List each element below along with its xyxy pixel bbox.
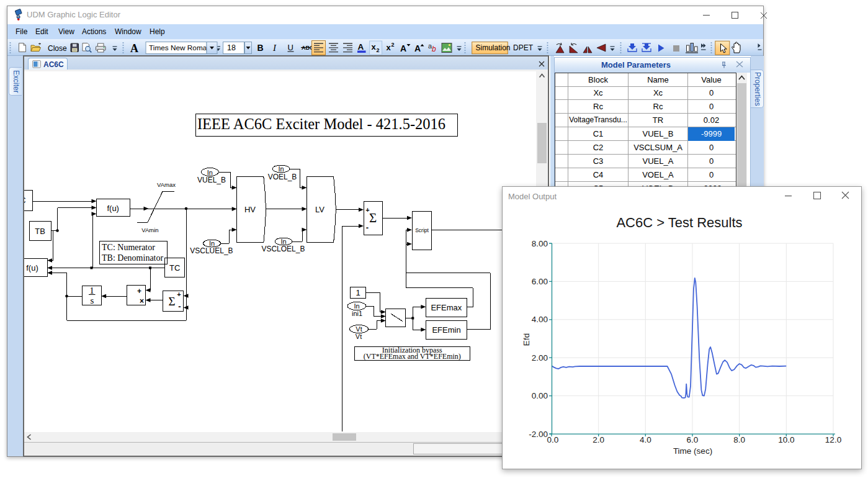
svg-text:I: I [272, 43, 277, 53]
svg-text:-: - [366, 223, 369, 232]
svg-text:10.0: 10.0 [778, 435, 794, 444]
svg-text:8.00: 8.00 [532, 239, 548, 248]
svg-text:TB: TB [35, 227, 45, 236]
svg-text:Efd: Efd [522, 333, 531, 346]
svg-text:Σ: Σ [168, 295, 175, 308]
svg-text:ini1: ini1 [352, 310, 362, 317]
svg-text:IEEE AC6C Exciter Model - 421.: IEEE AC6C Exciter Model - 421.5-2016 [197, 115, 445, 132]
svg-text:0.00: 0.00 [532, 391, 548, 400]
svg-text:+: + [137, 287, 141, 295]
svg-text:In: In [354, 302, 359, 310]
svg-text:B: B [257, 43, 264, 53]
svg-text:A: A [358, 42, 364, 52]
svg-text:EFEmax: EFEmax [431, 303, 462, 312]
svg-text:TC: TC [169, 263, 180, 273]
svg-text:8.0: 8.0 [733, 435, 745, 444]
svg-text:TC: Numerator: TC: Numerator [102, 243, 155, 252]
svg-text:4.0: 4.0 [640, 435, 651, 444]
svg-text:+: + [365, 206, 369, 214]
svg-text:Vt: Vt [356, 333, 362, 340]
svg-text:0.0: 0.0 [547, 435, 559, 444]
svg-text:LV: LV [315, 205, 324, 214]
svg-text:(VT*EFEmax and VT*EFEmin): (VT*EFEmax and VT*EFEmin) [364, 352, 461, 361]
svg-text:EFEmin: EFEmin [432, 325, 460, 335]
svg-text:VSCLOEL_B: VSCLOEL_B [261, 245, 305, 253]
svg-text:f(u): f(u) [26, 263, 38, 273]
svg-text:Close: Close [48, 44, 67, 53]
svg-text:2.0: 2.0 [593, 435, 604, 444]
svg-text:-: - [178, 302, 181, 311]
svg-text:6.00: 6.00 [532, 277, 548, 286]
svg-text:In: In [278, 165, 284, 173]
svg-text:TB: Denominator: TB: Denominator [102, 253, 163, 263]
svg-text:s: s [91, 295, 94, 305]
svg-text:b: b [432, 45, 436, 53]
svg-text:f(u): f(u) [107, 204, 119, 213]
svg-text:2: 2 [377, 47, 380, 53]
svg-text:4.00: 4.00 [532, 315, 548, 324]
svg-text:VOEL_B: VOEL_B [268, 173, 297, 181]
svg-text:2: 2 [391, 42, 395, 48]
svg-text:×: × [140, 297, 144, 305]
svg-text:In: In [207, 169, 213, 176]
svg-text:+: + [177, 291, 181, 298]
svg-text:Vt: Vt [356, 325, 362, 333]
svg-text:A: A [400, 43, 406, 53]
svg-text:Σ: Σ [369, 210, 377, 225]
svg-text:Simulation: Simulation [476, 43, 511, 52]
svg-text:DPET: DPET [513, 43, 534, 52]
svg-text:x: x [372, 42, 377, 52]
svg-text:x: x [387, 43, 391, 52]
svg-text:Script: Script [415, 227, 429, 233]
svg-text:VUEL_B: VUEL_B [197, 176, 226, 184]
svg-text:1: 1 [356, 288, 360, 297]
svg-text:12.0: 12.0 [825, 435, 841, 444]
svg-text:C: C [24, 196, 26, 205]
svg-text:18: 18 [227, 43, 236, 52]
svg-text:1: 1 [89, 286, 94, 295]
svg-text:2.00: 2.00 [532, 353, 548, 363]
svg-text:A: A [130, 42, 138, 55]
svg-text:Time (sec): Time (sec) [673, 446, 712, 456]
svg-text:VAmin: VAmin [141, 227, 158, 233]
svg-text:-2.00: -2.00 [529, 430, 548, 439]
svg-text:HV: HV [244, 205, 256, 214]
svg-text:U: U [288, 43, 293, 52]
svg-text:Times New Roman: Times New Roman [149, 43, 211, 52]
svg-text:VAmax: VAmax [157, 181, 176, 188]
svg-text:VSCLUEL_B: VSCLUEL_B [190, 246, 233, 255]
svg-text:A: A [414, 43, 421, 53]
svg-text:6.0: 6.0 [687, 435, 699, 444]
